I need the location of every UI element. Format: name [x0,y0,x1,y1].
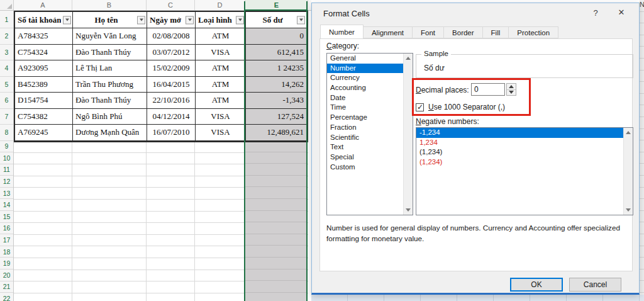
column-header-C[interactable]: C [147,0,195,10]
scroll-down-icon[interactable] [406,208,411,212]
table-cell[interactable]: 127,524 [246,109,307,125]
category-scrollbar[interactable] [403,54,413,215]
row-header-11[interactable]: 11 [0,164,13,176]
filter-dropdown-icon[interactable] [63,16,71,24]
table-cell[interactable]: 14,262 [246,77,307,93]
table-cell[interactable]: 16/07/2010 [147,125,196,141]
row-header-15[interactable]: 15 [0,211,13,223]
tab-protection[interactable]: Protection [509,26,558,38]
spinner-down-icon[interactable] [507,89,516,95]
row-header-22[interactable]: 22 [0,293,13,301]
close-icon[interactable]: ✕ [616,8,627,17]
table-cell[interactable]: D154754 [15,93,73,109]
table-cell[interactable]: Ngô Bình Phú [73,109,147,125]
select-all-corner[interactable] [0,0,14,10]
table-cell[interactable]: 15/02/2009 [147,60,196,77]
table-cell[interactable]: C754324 [15,45,73,61]
category-item-time[interactable]: Time [327,103,413,113]
category-item-fraction[interactable]: Fraction [327,123,413,133]
filter-dropdown-icon[interactable] [236,16,244,24]
table-cell[interactable]: Lê Thị Lan [73,60,147,77]
table-cell[interactable]: B452389 [15,77,73,93]
table-cell[interactable]: ATM [196,77,246,93]
category-item-custom[interactable]: Custom [327,162,413,173]
negative-numbers-listbox[interactable]: -1,2341,234(1,234)(1,234) [416,127,633,215]
table-cell[interactable]: A769245 [15,125,73,141]
table-cell[interactable]: A923095 [15,60,73,77]
table-cell[interactable]: 0 [246,28,307,45]
table-cell[interactable]: ATM [196,93,246,109]
row-header-10[interactable]: 10 [0,152,13,164]
table-cell[interactable]: 04/12/2014 [147,109,196,125]
filter-dropdown-icon[interactable] [297,16,305,24]
table-cell[interactable]: Trần Thu Phương [73,77,147,93]
category-item-number[interactable]: Number [327,64,413,74]
table-cell[interactable]: Đào Thanh Thúy [73,93,147,109]
column-header-E[interactable]: E [245,0,308,11]
table-cell[interactable]: 16/04/2015 [147,77,196,93]
row-header-13[interactable]: 13 [0,188,13,200]
category-item-scientific[interactable]: Scientific [327,133,413,143]
help-icon[interactable]: ? [591,8,601,18]
category-item-special[interactable]: Special [327,152,413,162]
row-header-8[interactable]: 8 [0,125,13,141]
table-cell[interactable]: 12,489,621 [246,125,307,141]
category-item-text[interactable]: Text [327,142,413,152]
row-header-3[interactable]: 3 [0,45,13,61]
row-header-16[interactable]: 16 [0,223,13,235]
scroll-down-icon[interactable] [626,208,631,212]
category-listbox[interactable]: GeneralNumberCurrencyAccountingDateTimeP… [326,53,413,215]
table-cell[interactable]: 1 24235 [246,60,307,77]
table-cell[interactable]: ATM [196,60,246,77]
row-header-9[interactable]: 9 [0,141,13,153]
row-header-1[interactable]: 1 [0,11,13,28]
row-header-7[interactable]: 7 [0,109,13,125]
table-cell[interactable]: A784325 [15,28,73,45]
table-cell[interactable]: C754382 [15,109,73,125]
table-cell[interactable]: VISA [196,109,246,125]
column-header-A[interactable]: A [14,0,72,10]
cancel-button[interactable]: Cancel [569,278,621,292]
filter-dropdown-icon[interactable] [137,16,145,24]
table-cell[interactable]: 03/07/2012 [147,45,196,61]
table-cell[interactable]: 02/08/2008 [147,28,196,45]
negative-scrollbar[interactable] [623,128,633,215]
scroll-up-icon[interactable] [406,57,411,60]
category-item-date[interactable]: Date [327,93,413,103]
column-header-D[interactable]: D [195,0,245,10]
category-item-percentage[interactable]: Percentage [327,113,413,123]
row-header-4[interactable]: 4 [0,60,13,77]
tab-fill[interactable]: Fill [483,26,509,38]
filter-dropdown-icon[interactable] [186,16,194,24]
tab-font[interactable]: Font [413,26,444,38]
row-header-19[interactable]: 19 [0,258,13,270]
negative-format-item[interactable]: (1,234) [416,157,633,168]
row-header-2[interactable]: 2 [0,28,13,45]
row-header-14[interactable]: 14 [0,199,13,211]
decimal-places-spinner[interactable] [506,83,516,96]
row-header-6[interactable]: 6 [0,93,13,109]
selected-column-fill[interactable] [245,140,307,301]
table-cell[interactable]: Dương Mạnh Quân [73,125,147,141]
tab-alignment[interactable]: Alignment [364,26,413,38]
category-item-accounting[interactable]: Accounting [327,83,413,93]
table-cell[interactable]: 22/10/2016 [147,93,196,109]
category-item-general[interactable]: General [327,54,413,64]
category-item-currency[interactable]: Currency [327,73,413,83]
row-header-18[interactable]: 18 [0,246,13,258]
ok-button[interactable]: OK [510,278,563,292]
table-cell[interactable]: -1,343 [246,93,307,109]
table-cell[interactable]: VISA [196,45,246,61]
decimal-places-input[interactable] [471,83,505,96]
row-header-17[interactable]: 17 [0,234,13,246]
table-cell[interactable]: 612,415 [246,45,307,61]
table-cell[interactable]: VISA [196,125,246,141]
scroll-up-icon[interactable] [626,131,631,134]
table-cell[interactable]: Nguyễn Văn Long [73,28,147,45]
table-cell[interactable]: Đào Thanh Thúy [73,45,147,61]
negative-format-item[interactable]: 1,234 [416,138,633,148]
row-header-20[interactable]: 20 [0,270,13,281]
use-1000-separator-checkbox[interactable] [416,103,424,111]
row-header-21[interactable]: 21 [0,281,13,293]
row-header-5[interactable]: 5 [0,77,13,93]
